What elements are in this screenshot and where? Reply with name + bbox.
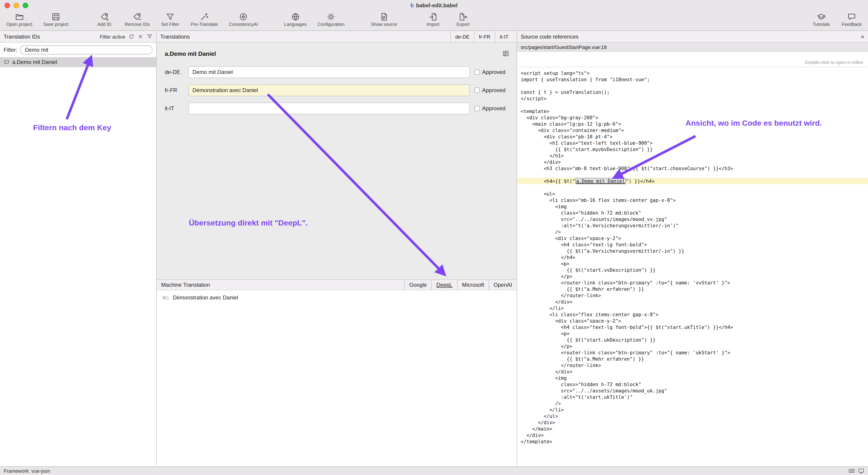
checkbox-icon[interactable] <box>474 106 480 111</box>
code-line: </h4> <box>517 254 868 261</box>
provider-microsoft[interactable]: Microsoft <box>457 280 489 290</box>
tab-fr-FR[interactable]: fr-FR <box>474 31 495 42</box>
code-line: </ul> <box>517 413 868 419</box>
translation-row: it-IT Approved <box>164 103 510 114</box>
toolbar-open-project-button[interactable]: Open project <box>6 12 32 27</box>
code-line: <p> <box>517 330 868 337</box>
code-line: <li class="mb-16 flex items-center gap-x… <box>517 197 868 203</box>
code-line: {{ $t("a.Mehr erfahren") }} <box>517 356 868 362</box>
source-code-header: Source code references × <box>517 31 868 43</box>
close-window-button[interactable] <box>4 3 10 8</box>
filter-icon[interactable] <box>147 34 153 39</box>
provider-openai[interactable]: OpenAI <box>489 280 517 290</box>
toolbar-label: Show source <box>371 22 397 27</box>
export-icon <box>459 12 468 21</box>
titlebar: b babel-edit.babel <box>0 0 868 11</box>
toolbar-remove-ids-button[interactable]: Remove IDs <box>125 12 150 27</box>
source-code-title: Source code references <box>521 33 579 40</box>
toolbar-save-project-button[interactable]: Save project <box>43 12 68 27</box>
code-line: <div class="space-y-2"> <box>517 235 868 241</box>
code-line: <div class="space-y-2"> <box>517 317 868 324</box>
highlighted-translation-key[interactable]: a.Demo mit Daniel <box>575 178 626 184</box>
translation-input-de-DE[interactable] <box>188 66 470 78</box>
code-line: const { t } = useTranslation(); <box>517 89 868 95</box>
keyboard-icon[interactable] <box>848 468 855 474</box>
provider-buttons: Google DeepL Microsoft OpenAI <box>404 280 517 290</box>
language-label: fr-FR <box>165 87 184 94</box>
entry-note-icon[interactable] <box>502 50 509 57</box>
toolbar-label: Languages <box>284 22 307 27</box>
display-icon[interactable] <box>858 468 864 474</box>
approved-checkbox-de-DE[interactable]: Approved <box>474 69 505 75</box>
toolbar-configuration-button[interactable]: Configuration <box>317 12 345 27</box>
code-line: <img <box>517 375 868 381</box>
source-reference-tab[interactable]: src/pages/start/GuestStartPage.vue:18 <box>517 43 868 52</box>
filter-active-label: Filter active <box>100 34 126 39</box>
clear-filter-icon[interactable] <box>137 34 144 39</box>
provider-google[interactable]: Google <box>404 280 431 290</box>
toolbar-export-button[interactable]: Export <box>454 12 473 27</box>
translation-input-fr-FR[interactable] <box>188 84 470 96</box>
code-line: </div> <box>517 159 868 165</box>
code-line: :alt="t('a.Versicherungsvermittler/-in')… <box>517 222 868 229</box>
app-window: b babel-edit.babel Open projectSave proj… <box>0 0 868 475</box>
toolbar-pre-translate-button[interactable]: Pre-Translate <box>191 12 218 27</box>
code-line: <router-link class="btn-primary" :to="{ … <box>517 349 868 356</box>
toolbar-add-id-button[interactable]: Add ID <box>95 12 114 27</box>
set-filter-icon <box>166 12 175 21</box>
translation-id-label: a.Demo mit Daniel <box>12 59 57 65</box>
code-line <box>517 184 868 191</box>
toolbar-label: Export <box>457 22 470 27</box>
code-view[interactable]: <script setup lang="ts">import { useTran… <box>517 67 868 466</box>
code-line: {{ $t("start.myvbvDescription") }} <box>517 146 868 152</box>
code-line: </li> <box>517 407 868 413</box>
code-line: src="../../assets/images/mood_uk.jpg" <box>517 387 868 394</box>
language-tabs: de-DE fr-FR it-IT <box>451 31 513 42</box>
comment-icon <box>4 59 9 65</box>
toolbar-consistency-ai-button[interactable]: ConsistencyAI <box>229 12 258 27</box>
code-line: </p> <box>517 273 868 279</box>
tab-it-IT[interactable]: it-IT <box>495 31 513 42</box>
window-title-text: babel-edit.babel <box>416 2 458 9</box>
tab-de-DE[interactable]: de-DE <box>451 31 474 42</box>
entry-title: a.Demo mit Daniel <box>165 50 216 57</box>
code-line: <img <box>517 203 868 210</box>
toolbar-label: Set Filter <box>161 22 179 27</box>
code-line: <h1 class="text-left text-blue-900"> <box>517 140 868 146</box>
save-project-icon <box>51 12 60 21</box>
machine-translation-result[interactable]: ⌘1 Démonstration avec Daniel <box>162 295 517 301</box>
approved-checkbox-it-IT[interactable]: Approved <box>474 105 505 112</box>
toolbar-languages-button[interactable]: Languages <box>284 12 307 27</box>
checkbox-icon[interactable] <box>474 88 480 93</box>
shortcut-badge: ⌘1 <box>162 295 169 300</box>
pre-translate-icon <box>200 12 209 21</box>
translation-id-item[interactable]: a.Demo mit Daniel <box>0 57 156 67</box>
toolbar-label: Add ID <box>97 22 111 27</box>
open-project-icon <box>15 12 24 21</box>
translation-ids-title: Translation IDs <box>4 33 40 40</box>
translation-input-it-IT[interactable] <box>188 103 470 114</box>
language-label: it-IT <box>165 105 184 112</box>
provider-deepl[interactable]: DeepL <box>431 280 457 290</box>
toolbar-label: Configuration <box>317 22 345 27</box>
close-panel-icon[interactable]: × <box>861 33 864 40</box>
code-line: </script> <box>517 95 868 102</box>
code-line: </template> <box>517 438 868 445</box>
code-line: <h4>{{ $t("a.Demo mit Daniel") }}</h4> <box>517 178 868 184</box>
code-line: <router-link class="btn-primary" :to="{ … <box>517 279 868 286</box>
toolbar-show-source-button[interactable]: Show source <box>371 12 397 27</box>
app-logo-icon: b <box>410 2 414 9</box>
minimize-window-button[interactable] <box>13 3 19 8</box>
filter-input[interactable] <box>20 45 153 55</box>
machine-translation-title: Machine Translation <box>161 282 210 288</box>
checkbox-icon[interactable] <box>474 69 480 75</box>
toolbar-import-button[interactable]: Import <box>424 12 443 27</box>
toolbar-tutorials-button[interactable]: Tutorials <box>812 12 831 27</box>
approved-checkbox-fr-FR[interactable]: Approved <box>474 87 505 94</box>
toolbar-feedback-button[interactable]: Feedback <box>842 12 862 27</box>
toolbar-label: Pre-Translate <box>191 22 218 27</box>
toolbar-set-filter-button[interactable]: Set Filter <box>161 12 180 27</box>
code-line: <h4 class="text-lg font-bold">{{ $t("sta… <box>517 324 868 330</box>
refresh-filter-icon[interactable] <box>128 34 134 39</box>
zoom-window-button[interactable] <box>23 3 28 8</box>
